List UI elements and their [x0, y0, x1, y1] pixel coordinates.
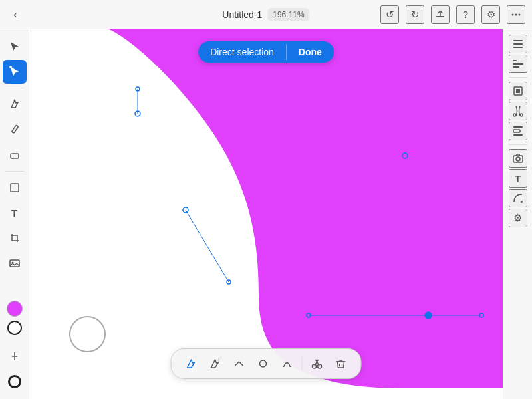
svg-rect-14 — [513, 40, 523, 41]
svg-rect-0 — [436, 16, 444, 17]
svg-point-2 — [512, 13, 514, 15]
toolbar-divider-1 — [5, 88, 24, 88]
add-anchor-button[interactable]: + — [205, 353, 226, 374]
anchor-point-toolbar: + — [171, 348, 362, 379]
bottom-toolbar-divider — [302, 357, 303, 370]
settings-extra-button[interactable]: ⚙ — [509, 209, 527, 227]
svg-line-33 — [186, 210, 229, 282]
svg-rect-9 — [11, 184, 19, 192]
svg-point-23 — [520, 114, 523, 116]
smooth-anchor-button[interactable] — [253, 353, 274, 374]
svg-rect-17 — [513, 60, 517, 61]
stroke-color-swatch[interactable] — [7, 321, 22, 335]
svg-rect-25 — [513, 130, 520, 132]
svg-rect-18 — [513, 63, 523, 65]
settings-button[interactable]: ⚙ — [481, 5, 500, 24]
selection-tool-button[interactable] — [3, 35, 27, 59]
back-button[interactable]: ‹ — [5, 5, 25, 25]
more-button[interactable] — [507, 5, 525, 24]
text-right-button[interactable]: T — [509, 169, 527, 188]
crop-tool-button[interactable] — [3, 226, 27, 250]
scissors-button[interactable] — [307, 353, 328, 374]
document-title: Untitled-1 — [222, 9, 262, 20]
svg-point-3 — [515, 13, 517, 15]
pen-tool-button[interactable] — [3, 92, 27, 116]
svg-rect-15 — [513, 43, 523, 45]
svg-point-5 — [9, 66, 12, 68]
right-divider-2 — [509, 144, 527, 145]
camera-right-button[interactable] — [509, 149, 527, 168]
fill-color-swatch[interactable] — [7, 301, 23, 317]
pen-anchor-button[interactable] — [181, 353, 202, 374]
convert-anchor-button[interactable] — [277, 353, 298, 374]
svg-point-42 — [260, 360, 267, 367]
direct-selection-tool-button[interactable] — [3, 60, 27, 84]
eraser-tool-button[interactable] — [3, 143, 27, 167]
pencil-tool-button[interactable] — [3, 118, 27, 142]
delete-button[interactable] — [331, 353, 352, 374]
svg-rect-8 — [11, 154, 19, 158]
right-toolbar: T ⚙ — [503, 29, 532, 399]
remove-anchor-button[interactable] — [229, 353, 250, 374]
svg-point-28 — [516, 157, 520, 161]
canvas-area[interactable]: Direct selection Done + — [29, 29, 503, 399]
svg-point-22 — [513, 114, 516, 116]
color-indicator-circle — [69, 316, 106, 352]
layers-right-button[interactable] — [509, 35, 527, 53]
undo-button[interactable]: ↺ — [380, 5, 399, 24]
direct-selection-button[interactable]: Direct selection — [198, 41, 286, 63]
cut-right-button[interactable] — [509, 102, 527, 120]
image-tool-button[interactable] — [3, 251, 27, 275]
redo-button[interactable]: ↻ — [406, 5, 424, 24]
align-right-button[interactable] — [509, 122, 527, 140]
right-divider-1 — [509, 77, 527, 78]
export-button[interactable] — [431, 5, 450, 24]
svg-rect-21 — [516, 89, 520, 93]
toolbar-divider-2 — [5, 171, 24, 172]
svg-rect-24 — [513, 126, 523, 128]
zoom-level[interactable]: 196.11% — [267, 8, 309, 21]
svg-rect-26 — [513, 134, 523, 136]
svg-text:+: + — [217, 357, 221, 364]
top-toolbar: ‹ Untitled-1 196.11% ↺ ↻ ? ⚙ — [0, 0, 532, 29]
help-button[interactable]: ? — [456, 5, 475, 24]
ruler-tool-button[interactable] — [3, 344, 27, 368]
svg-rect-19 — [513, 66, 519, 68]
stroke-tool-button[interactable] — [3, 370, 27, 394]
selection-mode-pill: Direct selection Done — [198, 41, 334, 63]
done-button[interactable]: Done — [287, 41, 334, 63]
svg-point-4 — [519, 13, 521, 15]
svg-point-6 — [13, 100, 15, 102]
artboard-right-button[interactable] — [509, 82, 527, 100]
svg-rect-7 — [11, 125, 18, 133]
svg-rect-16 — [513, 47, 523, 48]
text-tool-button[interactable]: T — [3, 201, 27, 225]
curve-right-button[interactable] — [509, 189, 527, 207]
shape-tool-button[interactable] — [3, 176, 27, 200]
left-toolbar: T — [0, 29, 29, 399]
properties-right-button[interactable] — [509, 55, 527, 73]
